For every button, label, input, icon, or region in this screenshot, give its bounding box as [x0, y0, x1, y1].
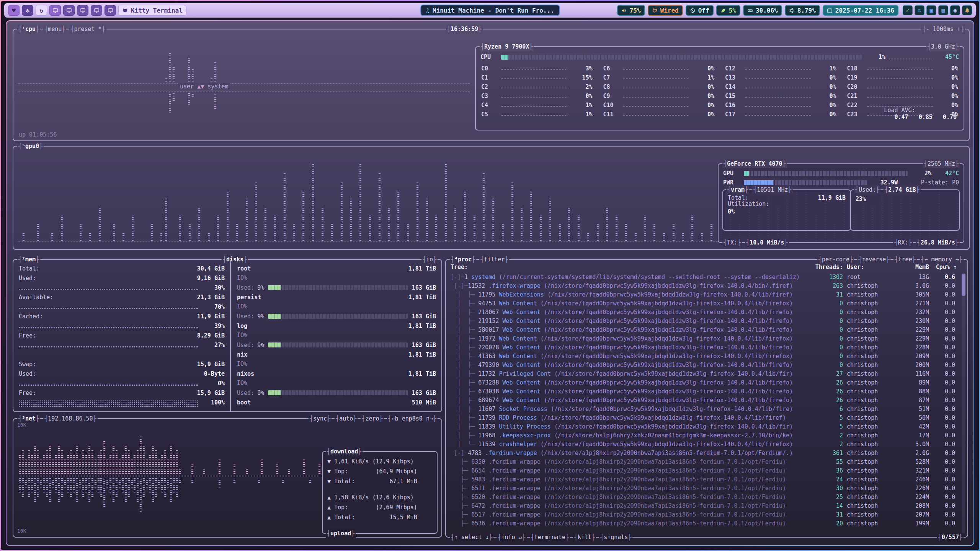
cpu-chip-icon [789, 8, 795, 13]
cpu-box-title[interactable]: ¹cpu [17, 24, 40, 34]
legend-arrows: ▲▼ [197, 83, 204, 90]
disks-title[interactable]: disks [222, 255, 248, 264]
proc-row[interactable]: │ └─ 11539 crashhelper (/nix/store/fqadd… [451, 440, 957, 449]
clock-module[interactable]: 2025-07-22 16:36 [823, 5, 898, 16]
proc-row[interactable]: │ ├─ 220028 Web Content (/nix/store/fqad… [451, 343, 957, 352]
proc-command: (/nix/store/a1pj8hxirp2y2090nbwa7api3asi… [544, 511, 786, 518]
proc-tree-cell: ├─ 6350 .ferdium-wrappe (/nix/store/a1pj… [451, 458, 808, 466]
proc-threads: 26 [808, 396, 843, 405]
volume-module[interactable]: 75% [617, 5, 645, 16]
proc-row[interactable]: │ ├─ 11732 Privileged Cont (/nix/store/f… [451, 370, 957, 378]
io-toggle[interactable]: io [421, 255, 438, 264]
memory-value: 30.06% [756, 7, 778, 14]
proc-memory: 2.0G [893, 449, 929, 458]
update-interval-control[interactable]: - 1000ms + [921, 24, 965, 34]
cpu-module[interactable]: 8.79% [785, 5, 820, 16]
net-interface-selector[interactable]: ←b enp8s0 n→ [387, 414, 438, 423]
proc-row[interactable]: │ ├─ 94753 Web Content (/nix/store/fqadd… [451, 299, 957, 308]
proc-row[interactable]: │ ├─ 479390 Web Content (/nix/store/fqad… [451, 361, 957, 370]
vram-box: vram 10501 MHz Total: 11,9 GiB Utilizati… [722, 189, 851, 231]
proc-select-control[interactable]: ↑ select ↓ [450, 533, 493, 542]
workspace-button-3[interactable] [77, 5, 88, 16]
preset-button[interactable]: preset * [69, 24, 106, 34]
proc-tree-cell: │ ├─ 11972 Web Content (/nix/store/fqadd… [451, 334, 808, 343]
proc-row[interactable]: │ ├─ 689674 Web Content (/nix/store/fqad… [451, 396, 957, 405]
proc-row[interactable]: ├─ 5983 .ferdium-wrappe (/nix/store/a1pj… [451, 475, 957, 484]
cpu-core-id: C6 [603, 65, 623, 72]
menu-button[interactable]: menu [43, 24, 66, 34]
disk-usage-module[interactable]: 5% [716, 5, 740, 16]
proc-name: Web Content [502, 397, 544, 404]
window-title-chip[interactable]: Kitty Terminal [118, 5, 186, 16]
gpu-box-title[interactable]: ⁵gpu0 [17, 142, 44, 151]
layout-icon[interactable]: ▤ [938, 5, 948, 15]
proc-row[interactable]: │ ├─ 11972 Web Content (/nix/store/fqadd… [451, 334, 957, 343]
proc-row[interactable]: [-]─11532 .firefox-wrappe (/nix/store/fq… [451, 282, 957, 290]
proc-row[interactable]: │ ├─ 11839 Utility Process (/nix/store/f… [451, 422, 957, 431]
proc-row[interactable]: ├─ 6517 .ferdium-wrappe (/nix/store/a1pj… [451, 510, 957, 519]
proc-row[interactable]: ├─ 6536 .ferdium-wrappe (/nix/store/a1pj… [451, 519, 957, 528]
proc-cpu: 0.0 [929, 458, 957, 466]
proc-row[interactable]: │ ├─ 11607 Socket Process (/nix/store/fq… [451, 405, 957, 414]
proc-terminate-button[interactable]: terminate [530, 533, 570, 542]
proc-row[interactable]: │ ├─ 11739 RDD Process (/nix/store/fqadd… [451, 414, 957, 422]
idle-inhibitor-module[interactable]: Off [686, 5, 714, 16]
workspace-button-4[interactable] [91, 5, 102, 16]
proc-header-cpu[interactable]: Cpu% ↑ [929, 264, 957, 271]
proc-row[interactable]: ├─ 6511 .ferdium-wrappe (/nix/store/a1pj… [451, 484, 957, 493]
proc-header-user[interactable]: User: [843, 264, 893, 271]
network-module[interactable]: Wired [648, 5, 683, 16]
workspace-button-2[interactable] [63, 5, 75, 16]
proc-header-threads[interactable]: Threads: [808, 264, 843, 271]
reload-button[interactable]: ↻ [36, 5, 47, 16]
disk-used-percent: 9% [257, 342, 264, 349]
net-sync-toggle[interactable]: sync [309, 414, 332, 423]
proc-table-header: Tree: Threads: User: MemB Cpu% ↑ [451, 262, 957, 272]
proc-row[interactable]: │ ├─ 218067 Web Content (/nix/store/fqad… [451, 308, 957, 317]
wave-icon[interactable]: ≈ [915, 5, 924, 15]
proc-scrollbar-thumb[interactable] [962, 274, 965, 296]
proc-row[interactable]: ├─ 6350 .ferdium-wrappe (/nix/store/a1pj… [451, 458, 957, 466]
proc-row[interactable]: │ ├─ 41363 Web Content (/nix/store/fqadd… [451, 352, 957, 361]
workspace-button-1[interactable] [49, 5, 61, 16]
cpu-core-id: C18 [847, 65, 867, 72]
proc-row[interactable]: ├─ 6472 .ferdium-wrappe (/nix/store/a1pj… [451, 502, 957, 510]
mem-box-title[interactable]: ²mem [17, 255, 40, 264]
proc-row[interactable]: ├─ 6654 .ferdium-wrappe (/nix/store/a1pj… [451, 466, 957, 475]
app-grid-icon[interactable]: ▣ [926, 5, 936, 15]
proc-row[interactable]: │ ├─ 11795 WebExtensions (/nix/store/fqa… [451, 290, 957, 299]
memory-module[interactable]: 30.06% [743, 5, 782, 16]
mem-stat-value: 8,29 GiB [197, 332, 225, 339]
workspace-button-5[interactable] [105, 5, 116, 16]
proc-pid: 6654 [471, 467, 488, 474]
media-player-module[interactable]: ♫ Minuit Machine - Don't Run Fro... [420, 5, 560, 16]
proc-row[interactable]: ├─ 6520 .ferdium-wrappe (/nix/store/a1pj… [451, 493, 957, 502]
net-auto-toggle[interactable]: auto [335, 414, 358, 423]
nixos-button[interactable]: ✻ [22, 5, 33, 16]
proc-header-mem[interactable]: MemB [893, 264, 929, 271]
cpu-core-percent: 0% [937, 83, 958, 90]
cpu-core-row: C90% [598, 91, 720, 101]
proc-row[interactable]: [-]─1 systemd (/run/current-system/syste… [451, 273, 957, 282]
proc-row[interactable]: │ ├─ 219152 Web Content (/nix/store/fqad… [451, 317, 957, 326]
proc-row[interactable]: [-]─4783 .ferdium-wrappe (/nix/store/a1p… [451, 449, 957, 458]
proc-header-tree[interactable]: Tree: [451, 264, 808, 271]
check-circle-icon[interactable]: ✓ [903, 5, 913, 15]
proc-command: (/nix/store/fqadd0bprwc5yw5k99xajbdqd1dz… [544, 362, 793, 368]
proc-row[interactable]: │ ├─ 580017 Web Content (/nix/store/fqad… [451, 326, 957, 334]
target-icon[interactable]: ◉ [950, 5, 960, 15]
net-zero-toggle[interactable]: zero [361, 414, 384, 423]
proc-user: christoph [843, 282, 893, 290]
proc-kill-button[interactable]: kill [573, 533, 596, 542]
proc-user: christoph [843, 466, 893, 475]
now-playing-label: Minuit Machine - Don't Run Fro... [433, 7, 554, 14]
proc-info-button[interactable]: info ↵ [497, 533, 526, 542]
proc-signals-button[interactable]: signals [599, 533, 632, 542]
launcher-button[interactable]: ♥ [8, 5, 20, 16]
proc-row[interactable]: │ ├─ 673288 Web Content (/nix/store/fqad… [451, 378, 957, 387]
proc-row[interactable]: │ ├─ 11968 .keepassxc-prox (/nix/store/b… [451, 431, 957, 440]
proc-row[interactable]: │ ├─ 673038 Web Content (/nix/store/fqad… [451, 387, 957, 396]
bell-icon[interactable] [962, 5, 972, 15]
proc-scrollbar[interactable] [962, 274, 965, 533]
proc-user: christoph [843, 422, 893, 431]
